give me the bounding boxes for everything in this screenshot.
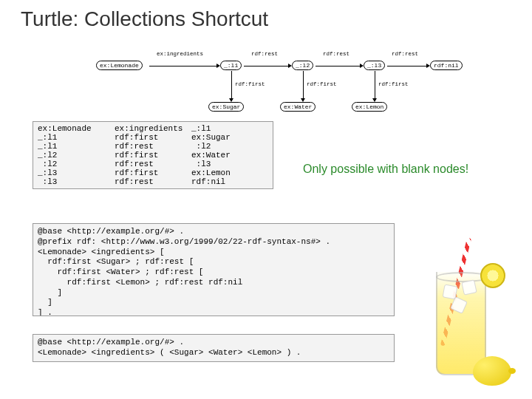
edge-first-1: rdf:first xyxy=(235,81,265,87)
edge-first-3: rdf:first xyxy=(378,81,409,87)
node-water: ex:Water xyxy=(280,102,316,112)
node-l3: _:l3 xyxy=(364,61,385,70)
slide-title: Turtle: Collections Shortcut xyxy=(21,7,268,31)
node-lemon: ex:Lemon xyxy=(352,102,387,112)
blank-nodes-note: Only possible with blank nodes! xyxy=(303,163,468,176)
edge-rest-2: rdf:rest xyxy=(323,51,349,57)
triples-col-predicate: ex:ingredients rdf:first rdf:rest rdf:fi… xyxy=(115,124,191,186)
rdf-graph-diagram: ex:Lemonade _:l1 _:l2 _:l3 rdf:nil ex:Su… xyxy=(96,44,480,115)
triples-col-object: _:l1 ex:Sugar :l2 ex:Water :l3 ex:Lemon … xyxy=(191,124,268,186)
turtle-long-form-code: @base <http://example.org/#> . @prefix r… xyxy=(33,223,395,316)
edge-first-2: rdf:first xyxy=(307,81,337,87)
edge-ingredients: ex:ingredients xyxy=(157,51,203,57)
lemon-slice-icon xyxy=(480,263,505,288)
node-nil: rdf:nil xyxy=(430,61,463,70)
node-l1: _:l1 xyxy=(220,61,242,70)
turtle-shortcut-code: @base <http://example.org/#> . <Lemonade… xyxy=(33,334,395,362)
lemonade-illustration xyxy=(421,242,510,383)
triples-col-subject: ex:Lemonade _:l1 _:l1 _:l2 :l2 _:l3 :l3 xyxy=(38,124,115,186)
edge-rest-1: rdf:rest xyxy=(251,51,278,57)
node-l2: _:l2 xyxy=(292,61,313,70)
triples-table: ex:Lemonade _:l1 _:l1 _:l2 :l2 _:l3 :l3 … xyxy=(33,121,273,189)
node-sugar: ex:Sugar xyxy=(208,102,244,112)
edge-rest-3: rdf:rest xyxy=(392,51,418,57)
lemon-icon xyxy=(473,356,511,386)
node-lemonade: ex:Lemonade xyxy=(96,61,143,70)
